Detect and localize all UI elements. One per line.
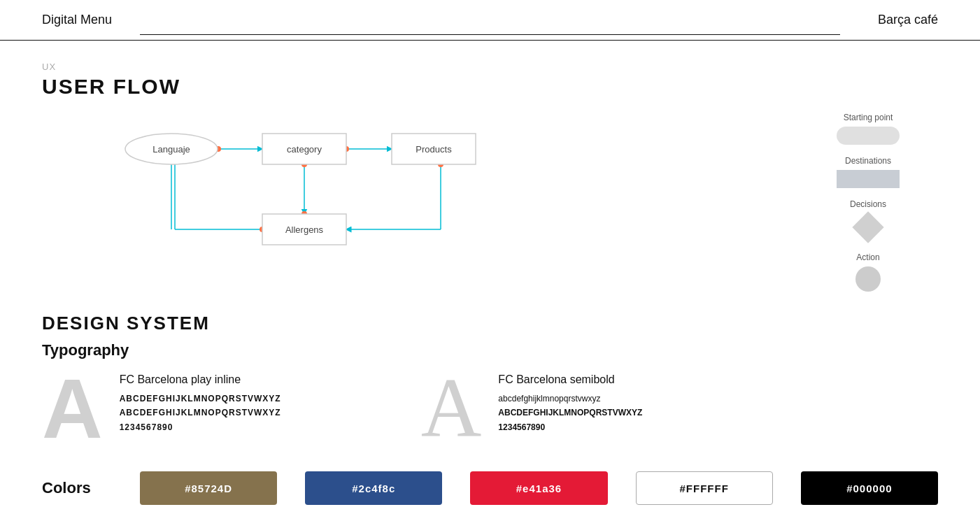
svg-text:category: category [287, 144, 322, 155]
font-chars-1b: ABCDEFGHIJKLMNOPQRSTVWXYZ [120, 406, 281, 420]
color-swatch-4: #FFFFFF [636, 471, 773, 505]
font-sample-1: A FC Barcelona play inline ABCDEFGHIJKLM… [42, 373, 281, 450]
legend-destinations-label: Destinations [845, 156, 891, 166]
colors-section: Colors #85724D #2c4f8c #e41a36 #FFFFFF #… [42, 471, 938, 505]
legend-starting-point: Starting point [798, 113, 938, 145]
legend-rect-shape [837, 170, 900, 188]
typography-title: Typography [42, 341, 938, 359]
userflow-area: Languaje category Products Allergens Sta… [42, 113, 938, 292]
font-big-letter-1: A [42, 366, 100, 450]
font-name-2: FC Barcelona semibold [498, 373, 642, 386]
color-swatch-5: #000000 [801, 471, 938, 505]
color-swatch-2: #2c4f8c [305, 471, 442, 505]
userflow-title: USER FLOW [42, 75, 938, 99]
font-chars-2b: ABCDEFGHIJKLMNOPQRSTVWXYZ [498, 406, 642, 420]
font-name-1: FC Barcelona play inline [120, 373, 281, 386]
design-system-section: DESIGN SYSTEM Typography A FC Barcelona … [42, 313, 938, 505]
design-system-title: DESIGN SYSTEM [42, 313, 938, 334]
font-chars-2c: 1234567890 [498, 420, 642, 434]
legend-diamond-shape [852, 211, 883, 243]
svg-text:Products: Products [416, 144, 452, 155]
legend-oval-shape [837, 127, 900, 145]
userflow-diagram: Languaje category Products Allergens [84, 113, 518, 266]
header-title: Digital Menu [42, 13, 112, 27]
legend-action: Action [798, 252, 938, 292]
typography-row: A FC Barcelona play inline ABCDEFGHIJKLM… [42, 373, 938, 450]
header-brand: Barça café [878, 13, 938, 27]
svg-text:Languaje: Languaje [152, 144, 190, 155]
ux-label: UX [42, 62, 938, 72]
font-sample-2: A FC Barcelona semibold abcdefghijklmnop… [421, 373, 643, 450]
font-chars-1a: ABCDEFGHIJKLMNOPQRSTVWXYZ [120, 392, 281, 406]
legend-destinations: Destinations [798, 156, 938, 188]
colors-label: Colors [42, 479, 112, 497]
legend-decisions-label: Decisions [850, 199, 886, 209]
color-swatch-1: #85724D [140, 471, 277, 505]
font-chars-2a: abcdefghijklmnopqrstvwxyz [498, 392, 642, 406]
font-chars-1c: 1234567890 [120, 420, 281, 434]
legend: Starting point Destinations Decisions Ac… [798, 113, 938, 292]
color-swatch-3: #e41a36 [470, 471, 607, 505]
ux-section: UX USER FLOW [42, 62, 938, 113]
svg-text:Allergens: Allergens [285, 224, 324, 235]
legend-circle-shape [855, 266, 881, 292]
font-info-2: FC Barcelona semibold abcdefghijklmnopqr… [498, 373, 642, 434]
legend-starting-point-label: Starting point [844, 113, 893, 122]
header: Digital Menu Barça café [0, 0, 980, 41]
header-divider [140, 34, 840, 35]
legend-action-label: Action [856, 252, 879, 262]
legend-decisions: Decisions [798, 199, 938, 241]
font-big-letter-2: A [421, 366, 479, 450]
main-content: UX USER FLOW [0, 41, 980, 514]
font-info-1: FC Barcelona play inline ABCDEFGHIJKLMNO… [120, 373, 281, 434]
